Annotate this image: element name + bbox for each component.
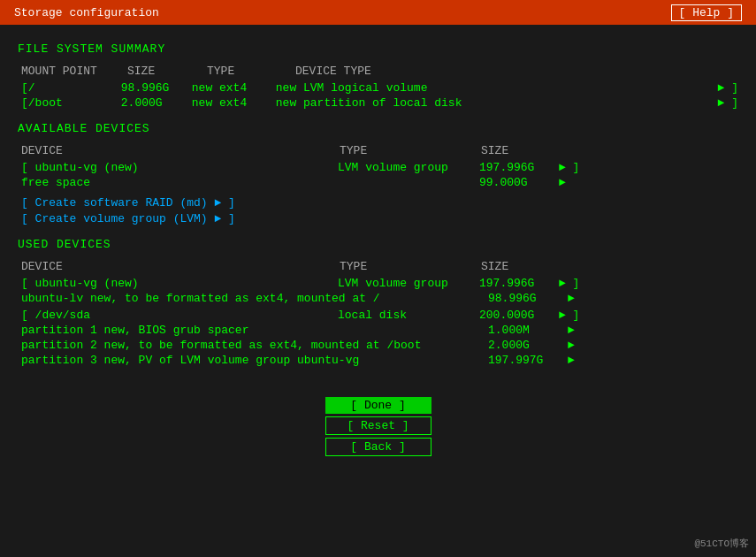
avail-table-header: DEVICE TYPE SIZE [18,144,738,157]
used-header-type: TYPE [340,260,481,273]
fs-header-size: SIZE [127,65,207,78]
fs-row-root-mount: / [28,81,121,95]
avail-ubuntuvg-type: LVM volume group [338,161,479,174]
buttons-section: [ Done ] [ Reset ] [ Back ] [0,397,756,456]
main-content: FILE SYSTEM SUMMARY MOUNT POINT SIZE TYP… [0,25,756,379]
used-header-size: SIZE [481,260,569,273]
avail-header-type: TYPE [340,144,481,157]
avail-header-device: DEVICE [21,144,340,157]
used-ubuntuvg-size: 197.996G [479,277,559,290]
fs-row-boot-arrow: ► ] [718,96,738,110]
title-bar: Storage configuration [ Help ] [0,0,756,25]
used-ubuntuvg-row[interactable]: [ ubuntu-vg (new) LVM volume group 197.9… [18,277,738,290]
fs-summary-title: FILE SYSTEM SUMMARY [18,42,738,56]
avail-freespace-size: 99.000G [479,176,559,189]
used-ubuntuvg-type: LVM volume group [338,277,479,290]
done-button[interactable]: [ Done ] [325,397,431,414]
used-partition3-row: partition 3 new, PV of LVM volume group … [18,354,738,367]
used-devices-title: USED DEVICES [18,238,738,251]
fs-row-root-arrow: ► ] [718,81,738,95]
used-ubuntulv-desc: ubuntu-lv new, to be formatted as ext4, … [21,292,488,305]
action-links: [ Create software RAID (md) ► ] [ Create… [18,196,738,225]
used-partition3-arrow: ► [568,354,575,367]
avail-header-size: SIZE [481,144,569,157]
used-sda-size: 200.000G [479,309,559,322]
used-sda-name: [ /dev/sda [21,309,338,322]
help-button[interactable]: [ Help ] [671,4,742,21]
used-table-header: DEVICE TYPE SIZE [18,260,738,273]
used-partition1-row: partition 1 new, BIOS grub spacer 1.000M… [18,324,738,337]
used-partition3-desc: partition 3 new, PV of LVM volume group … [21,354,488,367]
fs-header-devtype: DEVICE TYPE [295,65,738,78]
fs-row-boot-mount: /boot [28,96,121,110]
fs-row-boot-size: 2.000G [121,96,192,110]
avail-freespace-arrow: ► [559,176,566,189]
fs-header-mount: MOUNT POINT [21,65,127,78]
fs-row-boot[interactable]: [ /boot 2.000G new ext4 new partition of… [18,96,738,110]
fs-row-root-type: new ext4 [192,81,276,95]
used-partition1-arrow: ► [568,324,575,337]
create-raid-link[interactable]: [ Create software RAID (md) ► ] [18,196,738,210]
avail-freespace-indent: free space [21,176,338,189]
fs-row-root-devtype: new LVM logical volume [276,81,714,95]
used-partition2-arrow: ► [568,339,575,352]
used-sda-arrow: ► ] [559,309,579,322]
bracket-open: [ [21,81,28,95]
used-sda-type: local disk [338,309,479,322]
fs-header-type: TYPE [207,65,295,78]
fs-row-root-size: 98.996G [121,81,192,95]
used-partition1-desc: partition 1 new, BIOS grub spacer [21,324,488,337]
used-partition1-size: 1.000M [488,324,568,337]
create-vg-link[interactable]: [ Create volume group (LVM) ► ] [18,212,738,225]
fs-table-header: MOUNT POINT SIZE TYPE DEVICE TYPE [18,65,738,78]
used-sda-row[interactable]: [ /dev/sda local disk 200.000G ► ] [18,309,738,322]
app-title: Storage configuration [14,6,159,19]
avail-devices-title: AVAILABLE DEVICES [18,122,738,135]
back-button[interactable]: [ Back ] [325,438,431,456]
used-ubuntulv-arrow: ► [568,292,575,305]
reset-button[interactable]: [ Reset ] [325,416,431,435]
avail-ubuntuvg-size: 197.996G [479,161,559,174]
used-ubuntulv-row: ubuntu-lv new, to be formatted as ext4, … [18,292,738,305]
used-header-device: DEVICE [21,260,340,273]
used-partition2-desc: partition 2 new, to be formatted as ext4… [21,339,488,352]
avail-row-ubuntuvg[interactable]: [ ubuntu-vg (new) LVM volume group 197.9… [18,161,738,174]
used-ubuntuvg-name: [ ubuntu-vg (new) [21,277,338,290]
used-ubuntuvg-arrow: ► ] [559,277,579,290]
avail-ubuntuvg-name: [ ubuntu-vg (new) [21,161,338,174]
fs-row-boot-type: new ext4 [192,96,276,110]
fs-row-boot-devtype: new partition of local disk [276,96,714,110]
bracket-open-2: [ [21,96,28,110]
used-ubuntulv-size: 98.996G [488,292,568,305]
watermark: @51CTO博客 [694,537,749,550]
used-partition2-row: partition 2 new, to be formatted as ext4… [18,339,738,352]
used-partition2-size: 2.000G [488,339,568,352]
fs-row-root[interactable]: [ / 98.996G new ext4 new LVM logical vol… [18,81,738,95]
avail-row-freespace: free space 99.000G ► [18,176,738,189]
used-partition3-size: 197.997G [488,354,568,367]
avail-ubuntuvg-arrow: ► ] [559,161,579,174]
